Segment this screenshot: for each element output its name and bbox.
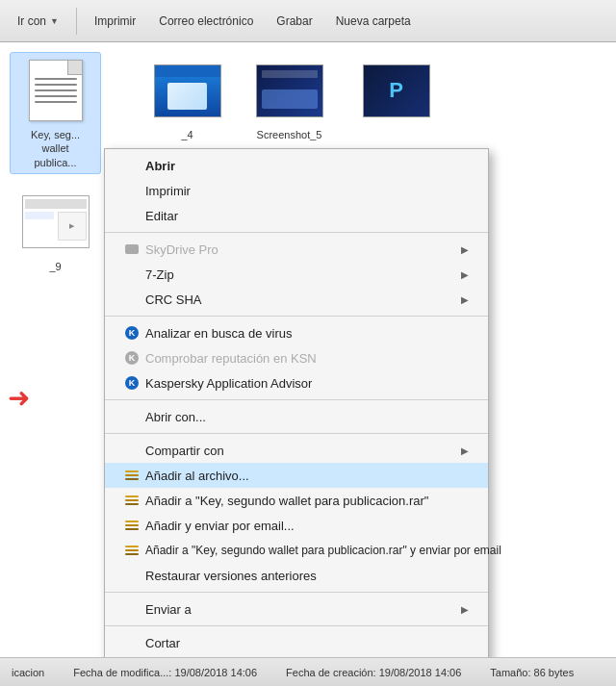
ctx-add-archive[interactable]: Añadir al archivo... <box>105 463 488 488</box>
ctx-reputation[interactable]: K Comprobar reputación en KSN <box>105 345 488 370</box>
ctx-sep-5 <box>105 592 488 593</box>
ctx-add-rar[interactable]: Añadir a "Key, segundo wallet para publi… <box>105 488 488 513</box>
ctx-sep-6 <box>105 625 488 626</box>
status-mod-label: Fecha de modifica...: 19/08/2018 14:06 <box>73 667 257 678</box>
ctx-restore[interactable]: Restaurar versiones anteriores <box>105 563 488 588</box>
ctx-crcsha-arrow: ▶ <box>461 294 469 305</box>
toolbar: Ir con ▼ Imprimir Correo electrónico Gra… <box>0 0 616 42</box>
ctx-cut[interactable]: Cortar <box>105 630 488 655</box>
ctx-open[interactable]: Abrir <box>105 153 488 178</box>
ctx-add-rar-email-icon <box>124 543 140 558</box>
ctx-add-rar-icon <box>124 493 140 508</box>
ctx-send-to-arrow: ▶ <box>461 604 469 615</box>
file-screenshot-9-label: _9 <box>49 260 61 273</box>
ctx-add-email-icon <box>124 518 140 533</box>
ctx-share[interactable]: Compartir con ▶ <box>105 438 488 463</box>
context-menu: Abrir Imprimir Editar SkyDrive Pro ▶ 7-Z… <box>104 148 489 657</box>
ctx-send-to[interactable]: Enviar a ▶ <box>105 597 488 622</box>
ctx-open-icon <box>124 158 140 173</box>
ctx-print-label: Imprimir <box>145 184 191 198</box>
ctx-crcsha-icon <box>124 292 140 307</box>
ctx-7zip-icon <box>124 267 140 282</box>
grabar-label: Grabar <box>276 14 312 28</box>
ctx-edit[interactable]: Editar <box>105 203 488 228</box>
file-screenshot-5-label: Screenshot_5 <box>257 128 322 141</box>
ctx-add-rar-email[interactable]: Añadir a "Key, segundo wallet para publi… <box>105 538 488 563</box>
imprimir-button[interactable]: Imprimir <box>85 11 145 32</box>
ctx-reputation-icon: K <box>124 350 140 366</box>
ctx-print-icon <box>124 183 140 198</box>
ctx-add-archive-icon <box>124 468 140 483</box>
ctx-crcsha-label: CRC SHA <box>145 292 202 307</box>
ctx-copy[interactable]: Copiar <box>105 655 488 657</box>
ctx-7zip-label: 7-Zip <box>145 267 174 282</box>
file-key-label: Key, seg...walletpublica... <box>31 128 80 169</box>
ctx-sep-1 <box>105 232 488 233</box>
ctx-sep-2 <box>105 316 488 317</box>
file-screenshot-9-icon: ▶ <box>22 189 90 256</box>
status-created-label: Fecha de creación: 19/08/2018 14:06 <box>286 667 461 678</box>
ctx-skydrive[interactable]: SkyDrive Pro ▶ <box>105 237 488 262</box>
status-size-label: Tamaño: 86 bytes <box>490 667 574 678</box>
ir-con-arrow: ▼ <box>50 16 59 26</box>
toolbar-separator-1 <box>76 8 77 35</box>
red-arrow: ➜ <box>8 385 30 412</box>
correo-label: Correo electrónico <box>159 14 253 28</box>
status-bar: icacion Fecha de modifica...: 19/08/2018… <box>0 657 616 686</box>
ctx-share-arrow: ▶ <box>461 445 469 456</box>
file-screenshot-9[interactable]: ▶ _9 <box>10 184 101 278</box>
file-key-icon <box>22 57 90 124</box>
ctx-share-icon <box>124 443 140 458</box>
ctx-add-email[interactable]: Añadir y enviar por email... <box>105 513 488 538</box>
ctx-add-email-label: Añadir y enviar por email... <box>145 519 295 533</box>
ctx-restore-icon <box>124 568 140 583</box>
ctx-print[interactable]: Imprimir <box>105 178 488 203</box>
file-screenshot-5[interactable]: Screenshot_5 <box>239 52 340 146</box>
imprimir-label: Imprimir <box>94 14 136 28</box>
ctx-restore-label: Restaurar versiones anteriores <box>145 569 317 583</box>
status-file-label: icacion <box>12 667 44 678</box>
ctx-crcsha[interactable]: CRC SHA ▶ <box>105 287 488 312</box>
ctx-antivirus-icon: K <box>124 325 140 341</box>
ctx-advisor[interactable]: K Kaspersky Application Advisor <box>105 370 488 395</box>
ctx-edit-label: Editar <box>145 209 178 223</box>
ctx-open-with-icon <box>124 409 140 424</box>
ctx-antivirus-label: Analizar en busca de virus <box>145 326 292 341</box>
grabar-button[interactable]: Grabar <box>267 11 321 32</box>
file-screenshot-6[interactable]: P <box>346 52 447 133</box>
ctx-reputation-label: Comprobar reputación en KSN <box>145 351 317 366</box>
ctx-open-with[interactable]: Abrir con... <box>105 404 488 429</box>
ctx-open-with-label: Abrir con... <box>145 410 206 424</box>
ctx-advisor-label: Kaspersky Application Advisor <box>145 376 312 391</box>
explorer-area: Key, seg...walletpublica... _4 <box>0 42 616 657</box>
correo-button[interactable]: Correo electrónico <box>149 11 263 32</box>
ctx-advisor-icon: K <box>124 375 140 391</box>
ctx-skydrive-arrow: ▶ <box>461 244 469 255</box>
file-screenshot-5-icon <box>256 57 323 124</box>
ctx-add-rar-label: Añadir a "Key, segundo wallet para publi… <box>145 494 428 508</box>
ctx-cut-label: Cortar <box>145 636 180 650</box>
ctx-cut-icon <box>124 635 140 650</box>
ctx-add-archive-label: Añadir al archivo... <box>145 469 249 483</box>
file-key[interactable]: Key, seg...walletpublica... <box>10 52 101 174</box>
ctx-sep-3 <box>105 399 488 400</box>
ctx-edit-icon <box>124 208 140 223</box>
ctx-open-label: Abrir <box>145 159 175 173</box>
ctx-add-rar-email-label: Añadir a "Key, segundo wallet para publi… <box>145 544 501 557</box>
nueva-carpeta-button[interactable]: Nueva carpeta <box>326 11 421 32</box>
ctx-sep-4 <box>105 433 488 434</box>
file-screenshot-4[interactable]: _4 <box>141 52 233 146</box>
ctx-antivirus[interactable]: K Analizar en busca de virus <box>105 320 488 345</box>
ir-con-button[interactable]: Ir con ▼ <box>8 11 68 32</box>
file-screenshot-4-icon <box>154 57 221 124</box>
nueva-carpeta-label: Nueva carpeta <box>336 14 411 28</box>
ctx-7zip[interactable]: 7-Zip ▶ <box>105 262 488 287</box>
ctx-share-label: Compartir con <box>145 444 224 458</box>
ctx-7zip-arrow: ▶ <box>461 269 469 280</box>
ctx-send-to-label: Enviar a <box>145 602 192 617</box>
file-screenshot-6-icon: P <box>363 57 430 124</box>
ctx-skydrive-label: SkyDrive Pro <box>145 242 218 257</box>
ir-con-label: Ir con <box>17 14 46 28</box>
file-screenshot-4-label: _4 <box>181 128 192 141</box>
ctx-send-to-icon <box>124 601 140 617</box>
